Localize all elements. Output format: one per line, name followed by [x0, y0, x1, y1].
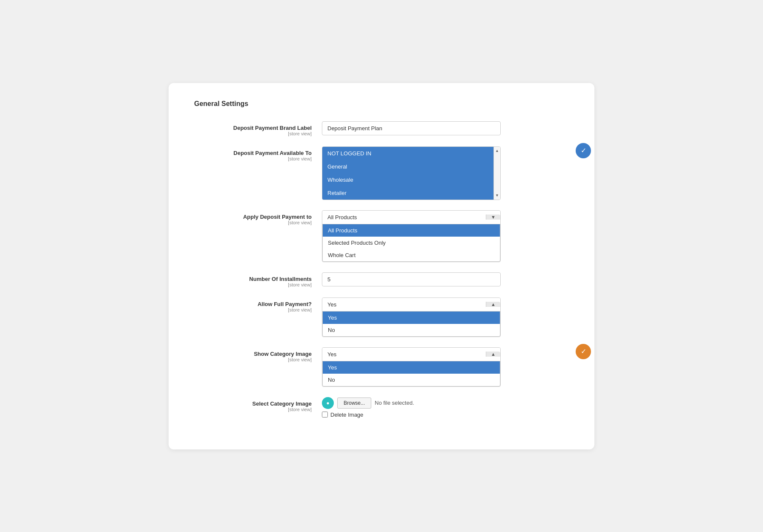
- allow-full-payment-label-main: Allow Full Payment?: [194, 301, 312, 307]
- num-installments-input[interactable]: [322, 272, 501, 286]
- allow-full-payment-selected: Yes: [322, 298, 486, 311]
- allow-full-payment-options: Yes No: [322, 312, 500, 337]
- show-category-image-dropdown-arrow[interactable]: ▲: [486, 352, 500, 357]
- show-category-image-dropdown[interactable]: Yes ▲ Yes No: [322, 347, 501, 387]
- apply-deposit-option-all-products[interactable]: All Products: [323, 224, 500, 237]
- deposit-available-to-control: NOT LOGGED IN General Wholesale Retailer…: [322, 146, 501, 200]
- multiselect-option-wholesale[interactable]: Wholesale: [322, 173, 493, 186]
- deposit-brand-label-label: Deposit Payment Brand Label [store view]: [194, 121, 322, 136]
- page-title: General Settings: [194, 100, 569, 108]
- num-installments-row: Number Of Installments [store view]: [194, 272, 569, 287]
- allow-full-payment-dropdown-arrow[interactable]: ▲: [486, 302, 500, 307]
- browse-button[interactable]: Browse...: [337, 398, 371, 409]
- allow-full-payment-label-sub: [store view]: [194, 307, 312, 312]
- settings-card: General Settings Deposit Payment Brand L…: [169, 83, 594, 449]
- allow-full-payment-dropdown[interactable]: Yes ▲ Yes No: [322, 297, 501, 337]
- show-category-image-selected: Yes: [322, 348, 486, 361]
- allow-full-payment-dropdown-header[interactable]: Yes ▲: [322, 298, 500, 312]
- multiselect-option-retailer[interactable]: Retailer: [322, 186, 493, 200]
- apply-deposit-to-options: All Products Selected Products Only Whol…: [322, 224, 500, 262]
- show-category-image-badge-icon: ✓: [576, 344, 591, 359]
- deposit-brand-label-input[interactable]: [322, 121, 501, 135]
- multiselect-option-general[interactable]: General: [322, 160, 493, 173]
- multiselect-option-not-logged-in[interactable]: NOT LOGGED IN: [322, 147, 493, 160]
- deposit-available-to-label-sub: [store view]: [194, 156, 312, 161]
- allow-full-payment-label: Allow Full Payment? [store view]: [194, 297, 322, 312]
- select-category-image-badge-icon: ●: [322, 397, 334, 409]
- apply-deposit-to-label-sub: [store view]: [194, 220, 312, 225]
- apply-deposit-to-dropdown-arrow[interactable]: ▼: [486, 215, 500, 220]
- apply-deposit-to-label-main: Apply Deposit Payment to: [194, 214, 312, 220]
- show-category-image-control: Yes ▲ Yes No: [322, 347, 501, 387]
- show-category-image-label-sub: [store view]: [194, 357, 312, 362]
- deposit-brand-label-main: Deposit Payment Brand Label: [194, 125, 312, 131]
- deposit-brand-label-sub: [store view]: [194, 131, 312, 136]
- show-category-image-label-main: Show Category Image: [194, 351, 312, 357]
- deposit-available-to-badge: ✓: [576, 143, 591, 158]
- apply-deposit-to-dropdown[interactable]: All Products ▼ All Products Selected Pro…: [322, 210, 501, 262]
- apply-deposit-to-control: All Products ▼ All Products Selected Pro…: [322, 210, 501, 262]
- delete-image-checkbox[interactable]: [322, 412, 328, 418]
- allow-full-payment-control: Yes ▲ Yes No: [322, 297, 501, 337]
- apply-deposit-to-selected: All Products: [322, 211, 486, 224]
- scrollbar-down-arrow[interactable]: ▼: [495, 192, 499, 198]
- apply-deposit-to-label: Apply Deposit Payment to [store view]: [194, 210, 322, 225]
- browse-row: ● Browse... No file selected.: [322, 397, 501, 409]
- apply-deposit-option-whole-cart[interactable]: Whole Cart: [323, 249, 500, 261]
- show-category-image-label: Show Category Image [store view]: [194, 347, 322, 362]
- allow-full-payment-option-no[interactable]: No: [323, 324, 500, 336]
- num-installments-label-main: Number Of Installments: [194, 276, 312, 282]
- show-category-image-row: Show Category Image [store view] Yes ▲ Y…: [194, 347, 569, 387]
- apply-deposit-to-dropdown-header[interactable]: All Products ▼: [322, 211, 500, 224]
- allow-full-payment-row: Allow Full Payment? [store view] Yes ▲ Y…: [194, 297, 569, 337]
- deposit-available-to-label: Deposit Payment Available To [store view…: [194, 146, 322, 161]
- delete-image-row: Delete Image: [322, 412, 501, 418]
- deposit-available-to-label-main: Deposit Payment Available To: [194, 150, 312, 156]
- num-installments-control: [322, 272, 501, 286]
- apply-deposit-to-row: Apply Deposit Payment to [store view] Al…: [194, 210, 569, 262]
- deposit-available-to-row: Deposit Payment Available To [store view…: [194, 146, 569, 200]
- deposit-available-badge-icon: ✓: [576, 143, 591, 158]
- select-category-image-label-sub: [store view]: [194, 407, 312, 412]
- show-category-image-option-yes[interactable]: Yes: [323, 361, 500, 374]
- select-category-image-label: Select Category Image [store view]: [194, 397, 322, 412]
- show-category-image-options: Yes No: [322, 361, 500, 386]
- deposit-brand-label-row: Deposit Payment Brand Label [store view]: [194, 121, 569, 136]
- deposit-available-to-list: NOT LOGGED IN General Wholesale Retailer: [322, 147, 493, 200]
- no-file-text: No file selected.: [375, 400, 414, 406]
- select-category-image-row: Select Category Image [store view] ● Bro…: [194, 397, 569, 418]
- show-category-image-option-no[interactable]: No: [323, 374, 500, 386]
- show-category-image-badge: ✓: [576, 344, 591, 359]
- num-installments-label-sub: [store view]: [194, 282, 312, 287]
- select-category-image-label-main: Select Category Image: [194, 400, 312, 407]
- allow-full-payment-option-yes[interactable]: Yes: [323, 312, 500, 324]
- apply-deposit-option-selected-products[interactable]: Selected Products Only: [323, 237, 500, 249]
- scrollbar-up-arrow[interactable]: ▲: [495, 148, 499, 154]
- delete-image-label: Delete Image: [330, 412, 363, 418]
- select-category-image-control: ● Browse... No file selected. Delete Ima…: [322, 397, 501, 418]
- num-installments-label: Number Of Installments [store view]: [194, 272, 322, 287]
- deposit-brand-label-control: [322, 121, 501, 135]
- show-category-image-dropdown-header[interactable]: Yes ▲: [322, 348, 500, 361]
- multiselect-scrollbar[interactable]: ▲ ▼: [493, 147, 500, 200]
- deposit-available-to-multiselect[interactable]: NOT LOGGED IN General Wholesale Retailer…: [322, 146, 501, 200]
